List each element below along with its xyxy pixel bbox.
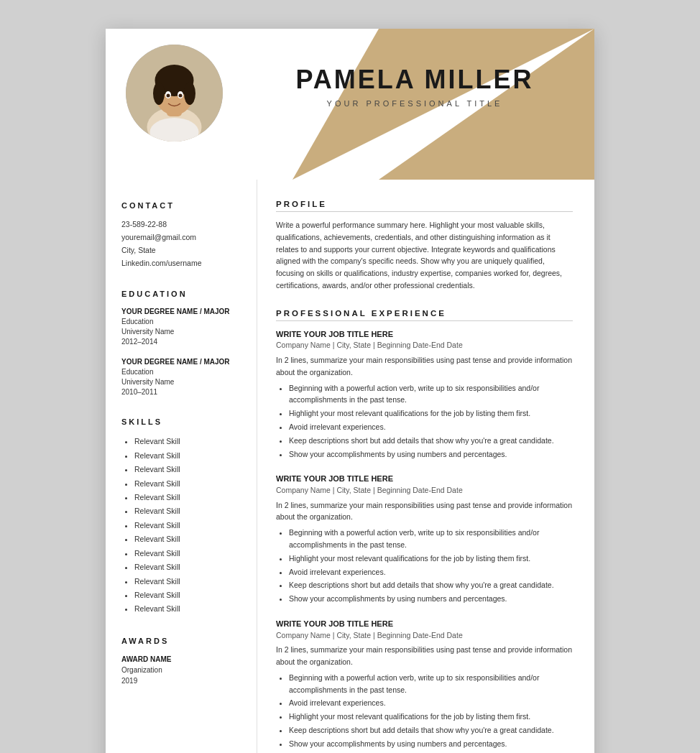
award-year-1: 2019 — [121, 675, 242, 686]
job-bullet-3-5: Show your accomplishments by using numbe… — [289, 738, 573, 750]
job-bullet-3-3: Highlight your most relevant qualificati… — [289, 711, 573, 723]
contact-title: CONTACT — [121, 201, 242, 211]
job-company-3: Company Name | City, State | Beginning D… — [276, 630, 573, 642]
awards-section: AWARDS AWARD NAME Organization 2019 — [121, 637, 242, 686]
sidebar: CONTACT 23-589-22-88 youremail@gmail.com… — [106, 180, 257, 753]
job-bullets-2: Beginning with a powerful action verb, w… — [276, 527, 573, 605]
skill-1: Relevant Skill — [134, 435, 242, 448]
job-title-3: WRITE YOUR JOB TITLE HERE — [276, 618, 573, 630]
profile-section: PROFILE Write a powerful performance sum… — [276, 200, 573, 292]
skills-section: SKILLS Relevant Skill Relevant Skill Rel… — [121, 417, 242, 616]
job-company-1: Company Name | City, State | Beginning D… — [276, 340, 573, 351]
profile-text: Write a powerful performance summary her… — [276, 219, 573, 292]
edu-years-2: 2010–2011 — [121, 387, 242, 397]
contact-linkedin: Linkedin.com/username — [121, 257, 242, 270]
education-section: EDUCATION YOUR DEGREE NAME / MAJOR Educa… — [121, 290, 242, 397]
edu-uni-2: University Name — [121, 377, 242, 387]
job-bullet-2-5: Show your accomplishments by using numbe… — [289, 593, 573, 605]
contact-section: CONTACT 23-589-22-88 youremail@gmail.com… — [121, 201, 242, 269]
skill-4: Relevant Skill — [134, 477, 242, 491]
edu-degree-2: YOUR DEGREE NAME / MAJOR — [121, 357, 242, 367]
edu-entry-2: YOUR DEGREE NAME / MAJOR Education Unive… — [121, 357, 242, 397]
svg-point-5 — [153, 82, 165, 105]
header-name-block: PAMELA MILLER YOUR PROFESSIONAL TITLE — [249, 65, 580, 108]
job-title-1: WRITE YOUR JOB TITLE HERE — [276, 328, 573, 341]
contact-email: youremail@gmail.com — [121, 231, 242, 244]
skill-13: Relevant Skill — [134, 602, 242, 616]
award-entry-1: AWARD NAME Organization 2019 — [121, 654, 242, 686]
contact-location: City, State — [121, 244, 242, 257]
job-summary-2: In 2 lines, summarize your main responsi… — [276, 499, 573, 524]
profile-photo — [126, 45, 223, 142]
job-bullet-2-2: Highlight your most relevant qualificati… — [289, 553, 573, 565]
skill-10: Relevant Skill — [134, 560, 242, 574]
candidate-name: PAMELA MILLER — [249, 65, 580, 95]
skills-list: Relevant Skill Relevant Skill Relevant S… — [121, 435, 242, 616]
skill-7: Relevant Skill — [134, 519, 242, 532]
main-content: PROFILE Write a powerful performance sum… — [257, 180, 594, 753]
job-bullet-3-4: Keep descriptions short but add details … — [289, 724, 573, 736]
job-bullet-3-1: Beginning with a powerful action verb, w… — [289, 672, 573, 696]
profile-section-title: PROFILE — [276, 200, 573, 212]
skill-5: Relevant Skill — [134, 491, 242, 504]
experience-section: PROFESSIONAL EXPERIENCE WRITE YOUR JOB T… — [276, 309, 573, 750]
edu-entry-1: YOUR DEGREE NAME / MAJOR Education Unive… — [121, 307, 242, 347]
skill-3: Relevant Skill — [134, 463, 242, 476]
job-bullets-1: Beginning with a powerful action verb, w… — [276, 382, 573, 461]
svg-point-6 — [184, 82, 195, 105]
job-bullet-1-5: Show your accomplishments by using numbe… — [289, 448, 573, 461]
edu-field-1: Education — [121, 317, 242, 327]
resume-header: PAMELA MILLER YOUR PROFESSIONAL TITLE — [106, 29, 594, 180]
award-org-1: Organization — [121, 665, 242, 675]
skills-title: SKILLS — [121, 417, 242, 428]
award-name-1: AWARD NAME — [121, 654, 242, 665]
job-bullet-1-3: Avoid irrelevant experiences. — [289, 421, 573, 433]
job-entry-1: WRITE YOUR JOB TITLE HERE Company Name |… — [276, 328, 573, 461]
job-summary-3: In 2 lines, summarize your main responsi… — [276, 644, 573, 668]
skill-6: Relevant Skill — [134, 504, 242, 518]
job-bullet-3-2: Avoid irrelevant experiences. — [289, 697, 573, 709]
job-bullet-2-4: Keep descriptions short but add details … — [289, 579, 573, 591]
job-bullet-2-1: Beginning with a powerful action verb, w… — [289, 527, 573, 551]
edu-field-2: Education — [121, 367, 242, 377]
skill-11: Relevant Skill — [134, 575, 242, 588]
education-title: EDUCATION — [121, 290, 242, 300]
job-bullet-1-2: Highlight your most relevant qualificati… — [289, 407, 573, 420]
edu-years-1: 2012–2014 — [121, 337, 242, 347]
candidate-title: YOUR PROFESSIONAL TITLE — [249, 99, 580, 108]
job-entry-3: WRITE YOUR JOB TITLE HERE Company Name |… — [276, 618, 573, 750]
svg-point-10 — [179, 94, 183, 98]
job-bullet-1-4: Keep descriptions short but add details … — [289, 435, 573, 447]
skill-8: Relevant Skill — [134, 532, 242, 546]
experience-section-title: PROFESSIONAL EXPERIENCE — [276, 309, 573, 321]
job-title-2: WRITE YOUR JOB TITLE HERE — [276, 473, 573, 485]
skill-12: Relevant Skill — [134, 588, 242, 602]
skill-2: Relevant Skill — [134, 449, 242, 463]
svg-point-9 — [167, 94, 170, 98]
resume-document: PAMELA MILLER YOUR PROFESSIONAL TITLE CO… — [106, 29, 594, 753]
job-bullets-3: Beginning with a powerful action verb, w… — [276, 672, 573, 750]
job-bullet-1-1: Beginning with a powerful action verb, w… — [289, 382, 573, 407]
awards-title: AWARDS — [121, 637, 242, 647]
edu-degree-1: YOUR DEGREE NAME / MAJOR — [121, 307, 242, 317]
job-bullet-2-3: Avoid irrelevant experiences. — [289, 566, 573, 578]
job-company-2: Company Name | City, State | Beginning D… — [276, 485, 573, 496]
edu-uni-1: University Name — [121, 327, 242, 337]
job-summary-1: In 2 lines, summarize your main responsi… — [276, 354, 573, 379]
contact-phone: 23-589-22-88 — [121, 218, 242, 231]
job-entry-2: WRITE YOUR JOB TITLE HERE Company Name |… — [276, 473, 573, 605]
resume-body: CONTACT 23-589-22-88 youremail@gmail.com… — [106, 180, 594, 753]
skill-9: Relevant Skill — [134, 547, 242, 560]
